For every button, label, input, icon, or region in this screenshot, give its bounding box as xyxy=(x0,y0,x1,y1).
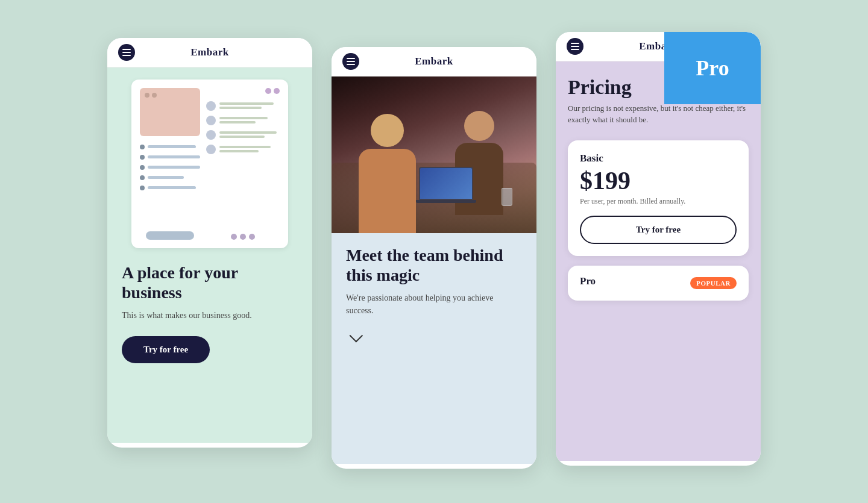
pro-plan-card-partial: Pro POPULAR xyxy=(568,266,749,301)
team-photo xyxy=(332,77,536,233)
chevron-down-icon[interactable] xyxy=(346,329,363,346)
phone-body-3: Pricing Our pricing is not expensive, bu… xyxy=(556,61,761,461)
card2-content: Meet the team behind this magic We're pa… xyxy=(332,233,536,449)
wf-bottom-dots xyxy=(206,234,280,240)
phone-body-2: Meet the team behind this magic We're pa… xyxy=(332,77,536,464)
pricing-desc: Our pricing is not expensive, but it's n… xyxy=(568,102,749,126)
wireframe-illustration xyxy=(131,80,288,248)
wf-lines-group xyxy=(140,142,200,190)
pro-badge: Pro xyxy=(664,32,761,104)
basic-plan-name: Basic xyxy=(580,152,737,164)
basic-plan-card: Basic $199 Per user, per month. Billed a… xyxy=(568,140,749,256)
pro-plan-name: Pro xyxy=(580,275,596,287)
popular-badge: POPULAR xyxy=(690,277,737,289)
phone-card-2: Embark xyxy=(332,47,536,469)
menu-icon-1[interactable] xyxy=(118,44,135,61)
wireframe-left xyxy=(140,88,200,240)
phone-body-1: A place for your business This is what m… xyxy=(107,67,312,443)
brand-2: Embark xyxy=(415,55,453,67)
wf-pink-block xyxy=(140,88,200,136)
basic-plan-price: $199 xyxy=(580,168,737,193)
phone-nav-2: Embark xyxy=(332,47,536,77)
card1-subtext: This is what makes our business good. xyxy=(122,309,252,322)
phone-card-1: Embark xyxy=(107,38,312,448)
card2-subtext: We're passionate about helping you achie… xyxy=(346,292,522,317)
menu-icon-3[interactable] xyxy=(567,38,583,55)
card1-cta-button[interactable]: Try for free xyxy=(122,336,210,363)
brand-1: Embark xyxy=(190,46,228,58)
phone-nav-1: Embark xyxy=(107,38,312,67)
card2-headline: Meet the team behind this magic xyxy=(346,245,522,286)
menu-icon-2[interactable] xyxy=(342,53,359,70)
phone-card-3: Pro Embark Pricing Our pricing is not ex… xyxy=(556,32,761,466)
card1-headline: A place for your business xyxy=(122,263,298,303)
basic-plan-period: Per user, per month. Billed annually. xyxy=(580,197,737,206)
wf-top-dots xyxy=(206,88,280,94)
team-photo-container xyxy=(332,77,536,233)
basic-plan-cta-button[interactable]: Try for free xyxy=(580,216,737,244)
scene: Embark xyxy=(0,0,868,503)
wireframe-right xyxy=(206,88,280,240)
wf-btn xyxy=(146,231,194,240)
